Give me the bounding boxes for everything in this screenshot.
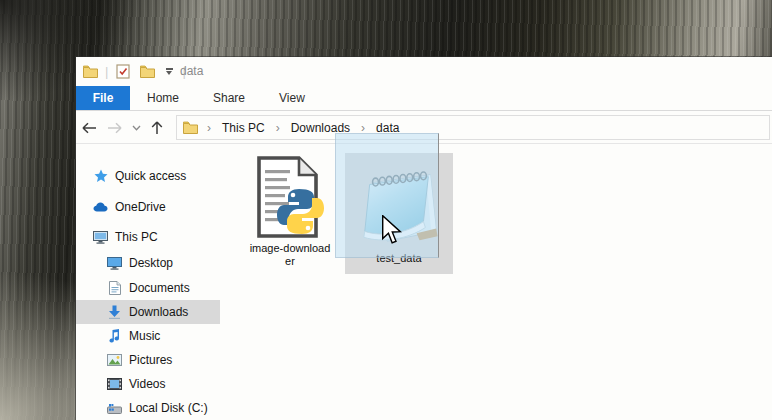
sidebar-item-label: Quick access xyxy=(115,169,186,183)
file-image-downloader[interactable]: image-download er xyxy=(242,155,338,268)
sidebar-item-label: OneDrive xyxy=(115,200,166,214)
tab-view[interactable]: View xyxy=(262,86,322,110)
cursor-arrow xyxy=(381,215,403,245)
sidebar-item-this-pc[interactable]: This PC xyxy=(76,225,220,249)
sidebar-item-label: Local Disk (C:) xyxy=(129,401,208,415)
sidebar-item-label: Videos xyxy=(129,377,165,391)
sidebar-item-label: Pictures xyxy=(129,353,172,367)
back-button[interactable] xyxy=(76,115,102,141)
sidebar-item-music[interactable]: Music xyxy=(76,324,220,348)
cloud-icon xyxy=(93,200,108,215)
sidebar-item-label: This PC xyxy=(115,230,158,244)
forward-button[interactable] xyxy=(102,115,128,141)
tab-home[interactable]: Home xyxy=(130,86,196,110)
new-folder-button[interactable] xyxy=(138,63,156,80)
quick-access-toolbar: | | xyxy=(81,63,186,80)
sidebar-item-quick-access[interactable]: Quick access xyxy=(76,164,220,188)
computer-icon xyxy=(93,230,108,245)
file-list-area[interactable]: image-download er xyxy=(220,146,772,420)
disk-icon xyxy=(107,401,122,416)
file-label: image-download er xyxy=(242,242,338,268)
folder-icon xyxy=(183,121,198,134)
nav-buttons xyxy=(76,111,170,144)
up-arrow-icon xyxy=(151,120,163,135)
sidebar-item-label: Downloads xyxy=(129,305,188,319)
recent-locations-button[interactable] xyxy=(128,115,144,141)
tab-share[interactable]: Share xyxy=(196,86,262,110)
address-bar[interactable]: › This PC › Downloads › data xyxy=(176,115,770,140)
window-title: data xyxy=(180,64,203,78)
properties-button[interactable] xyxy=(114,63,132,80)
sidebar-item-label: Documents xyxy=(129,281,190,295)
up-button[interactable] xyxy=(144,115,170,141)
chevron-down-icon xyxy=(166,71,172,75)
document-icon xyxy=(107,281,122,296)
ribbon-tab-bar: File Home Share View xyxy=(76,86,772,111)
sidebar-item-documents[interactable]: Documents xyxy=(76,276,220,300)
python-file-icon xyxy=(256,155,324,239)
sidebar-item-desktop[interactable]: Desktop xyxy=(76,251,220,275)
sidebar-item-downloads[interactable]: Downloads xyxy=(76,300,220,324)
forward-arrow-icon xyxy=(107,122,123,134)
properties-check-icon xyxy=(116,64,130,79)
folder-icon xyxy=(83,65,98,78)
breadcrumb-separator: › xyxy=(273,121,283,135)
pictures-icon xyxy=(107,353,122,368)
tab-file[interactable]: File xyxy=(76,86,130,110)
sidebar-item-label: Desktop xyxy=(129,256,173,270)
breadcrumb-separator: › xyxy=(204,121,214,135)
music-note-icon xyxy=(107,329,122,344)
breadcrumb-this-pc[interactable]: This PC xyxy=(220,121,267,135)
sidebar-item-videos[interactable]: Videos xyxy=(76,372,220,396)
navigation-pane: Quick access OneDrive This PC Desktop xyxy=(76,146,220,420)
sidebar-item-pictures[interactable]: Pictures xyxy=(76,348,220,372)
videos-icon xyxy=(107,377,122,392)
new-folder-icon xyxy=(140,65,155,78)
star-icon xyxy=(93,169,108,184)
qat-separator: | xyxy=(105,64,108,80)
desktop-icon xyxy=(107,256,122,271)
title-bar: | | data xyxy=(76,57,772,86)
caret-bar xyxy=(166,68,173,70)
sidebar-item-onedrive[interactable]: OneDrive xyxy=(76,195,220,219)
download-arrow-icon xyxy=(107,305,122,320)
sidebar-item-label: Music xyxy=(129,329,160,343)
back-arrow-icon xyxy=(81,122,97,134)
explorer-folder-button[interactable] xyxy=(81,63,99,80)
explorer-window: | | data File Home Shar xyxy=(76,57,772,420)
customize-qat-button[interactable] xyxy=(162,68,176,75)
chevron-down-icon xyxy=(132,125,141,131)
sidebar-item-local-disk[interactable]: Local Disk (C:) xyxy=(76,396,220,420)
